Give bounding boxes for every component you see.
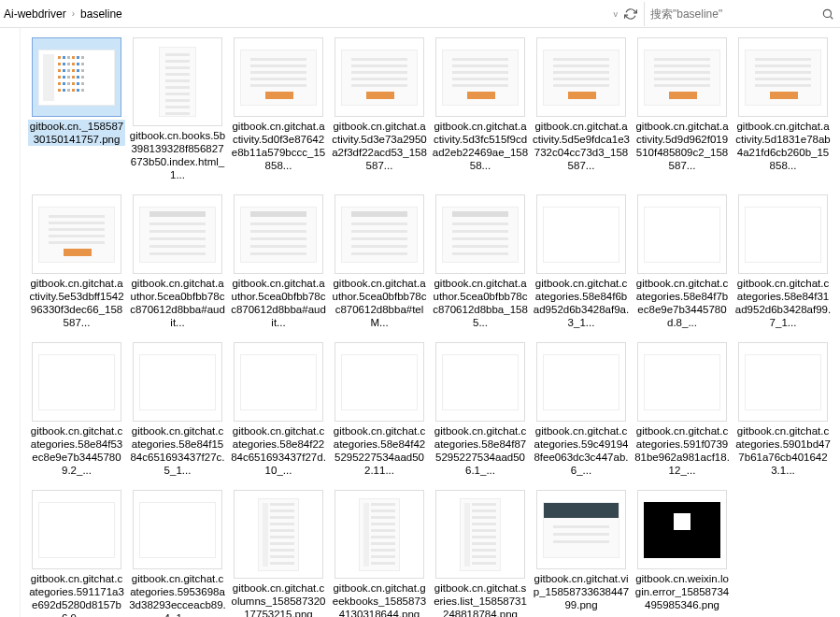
search-input[interactable] [650, 7, 821, 21]
file-item[interactable]: gitbook.cn.gitchat.categories.591171a3e6… [26, 490, 127, 617]
file-label[interactable]: gitbook.cn.gitchat.categories.58e84f7bec… [634, 277, 731, 329]
file-thumbnail[interactable] [637, 490, 727, 569]
file-item[interactable]: gitbook.cn.gitchat.categories.58e84f8752… [430, 342, 531, 477]
search-icon[interactable] [821, 7, 834, 21]
file-thumbnail[interactable] [435, 37, 525, 117]
file-item[interactable]: gitbook.cn.gitchat.geekbooks_15858734130… [329, 490, 430, 617]
file-label[interactable]: gitbook.cn.gitchat.activity.5d5e9fdca1e3… [533, 120, 630, 172]
file-item[interactable]: gitbook.cn.gitchat.activity.5d9d962f0195… [632, 37, 733, 181]
file-item[interactable]: gitbook.cn.gitchat.author.5cea0bfbb78cc8… [329, 194, 430, 329]
file-thumbnail[interactable] [234, 37, 323, 117]
search-box[interactable] [644, 2, 840, 26]
file-label[interactable]: gitbook.cn.gitchat.author.5cea0bfbb78cc8… [331, 277, 428, 329]
file-thumbnail[interactable] [637, 194, 727, 274]
file-item[interactable]: gitbook.cn.gitchat.vip_1585873363844799.… [531, 490, 632, 617]
file-label[interactable]: gitbook.cn.gitchat.geekbooks_15858734130… [331, 581, 428, 617]
file-item[interactable]: gitbook.cn.gitchat.activity.5d3e73a2950a… [329, 37, 430, 181]
file-thumbnail[interactable] [234, 342, 323, 422]
file-label[interactable]: gitbook.cn.gitchat.categories.58e84f6bad… [533, 277, 630, 329]
file-item[interactable]: gitbook.cn.gitchat.categories.5953698a3d… [127, 490, 228, 617]
breadcrumb-seg-2[interactable]: baseline [80, 7, 122, 21]
file-item[interactable]: gitbook.cn.gitchat.author.5cea0bfbb78cc8… [430, 194, 531, 329]
file-label[interactable]: gitbook.cn.gitchat.activity.5d3fc515f9cd… [432, 120, 529, 172]
file-item[interactable]: gitbook.cn.gitchat.categories.591f073981… [632, 342, 733, 477]
file-item[interactable]: gitbook.cn.gitchat.categories.58e84f1584… [127, 342, 228, 477]
file-label[interactable]: gitbook.cn.gitchat.activity.5d9d962f0195… [634, 120, 731, 172]
file-label[interactable]: gitbook.cn._15858730150141757.png [28, 120, 125, 146]
file-item[interactable]: gitbook.cn.gitchat.activity.5d3fc515f9cd… [430, 37, 531, 181]
file-label[interactable]: gitbook.cn.gitchat.categories.591f073981… [634, 424, 731, 477]
file-label[interactable]: gitbook.cn.gitchat.activity.5d0f3e87642e… [230, 120, 327, 172]
file-item[interactable]: gitbook.cn.weixin.login.error_1585873449… [632, 490, 733, 617]
file-item[interactable]: gitbook.cn.gitchat.columns_1585873201775… [228, 490, 329, 617]
file-thumbnail[interactable] [32, 342, 121, 422]
file-label[interactable]: gitbook.cn.gitchat.categories.58e84f31ad… [734, 277, 832, 329]
file-thumbnail[interactable] [133, 490, 222, 569]
file-thumbnail[interactable] [133, 37, 222, 126]
file-thumbnail[interactable] [435, 194, 525, 274]
file-item[interactable]: gitbook.cn.gitchat.activity.5d0f3e87642e… [228, 37, 329, 181]
file-thumbnail[interactable] [133, 194, 222, 274]
file-item[interactable]: gitbook.cn.gitchat.categories.58e84f2284… [228, 342, 329, 477]
file-label[interactable]: gitbook.cn.gitchat.categories.5953698a3d… [129, 572, 226, 617]
file-thumbnail[interactable] [536, 37, 626, 117]
file-label[interactable]: gitbook.cn.books.5b398139328f856827673b5… [129, 129, 226, 181]
file-item[interactable]: gitbook.cn.gitchat.activity.5e53dbff1542… [26, 194, 127, 329]
file-thumbnail[interactable] [435, 490, 525, 579]
file-thumbnail[interactable] [738, 194, 828, 274]
file-item[interactable]: gitbook.cn.gitchat.series.list_158587312… [430, 490, 531, 617]
file-thumbnail[interactable] [32, 194, 121, 274]
file-thumbnail[interactable] [133, 342, 222, 422]
file-label[interactable]: gitbook.cn.weixin.login.error_1585873449… [634, 572, 731, 611]
file-item[interactable]: gitbook.cn.gitchat.categories.5901bd477b… [733, 342, 833, 477]
file-label[interactable]: gitbook.cn.gitchat.vip_1585873363844799.… [533, 572, 630, 611]
file-label[interactable]: gitbook.cn.gitchat.categories.58e84f1584… [129, 424, 226, 477]
file-item[interactable]: gitbook.cn.gitchat.categories.58e84f4252… [329, 342, 430, 477]
file-thumbnail[interactable] [536, 490, 626, 569]
file-label[interactable]: gitbook.cn.gitchat.author.5cea0bfbb78cc8… [129, 277, 226, 329]
refresh-button[interactable] [618, 2, 644, 26]
file-label[interactable]: gitbook.cn.gitchat.activity.5d3e73a2950a… [331, 120, 428, 172]
file-label[interactable]: gitbook.cn.gitchat.categories.591171a3e6… [28, 572, 125, 617]
file-label[interactable]: gitbook.cn.gitchat.series.list_158587312… [432, 581, 529, 617]
file-thumbnail[interactable] [335, 194, 424, 274]
file-thumbnail[interactable] [234, 490, 323, 579]
file-item[interactable]: gitbook.cn._15858730150141757.png [26, 37, 127, 181]
file-label[interactable]: gitbook.cn.gitchat.categories.58e84f4252… [331, 424, 428, 477]
file-thumbnail[interactable] [335, 37, 424, 117]
file-item[interactable]: gitbook.cn.gitchat.activity.5d5e9fdca1e3… [531, 37, 632, 181]
file-thumbnail[interactable] [536, 342, 626, 422]
file-item[interactable]: gitbook.cn.gitchat.categories.58e84f6bad… [531, 194, 632, 329]
file-thumbnail[interactable] [637, 342, 727, 422]
file-item[interactable]: gitbook.cn.gitchat.categories.58e84f31ad… [733, 194, 833, 329]
file-thumbnail[interactable] [32, 37, 121, 117]
file-thumbnail[interactable] [637, 37, 727, 117]
file-label[interactable]: gitbook.cn.gitchat.categories.58e84f8752… [432, 424, 529, 477]
file-label[interactable]: gitbook.cn.gitchat.categories.59c491948f… [533, 424, 630, 477]
file-item[interactable]: gitbook.cn.gitchat.activity.5d1831e78ab4… [733, 37, 833, 181]
file-item[interactable]: gitbook.cn.gitchat.author.5cea0bfbb78cc8… [228, 194, 329, 329]
file-thumbnail[interactable] [32, 490, 121, 569]
file-label[interactable]: gitbook.cn.gitchat.categories.5901bd477b… [734, 424, 832, 477]
file-label[interactable]: gitbook.cn.gitchat.categories.58e84f53ec… [28, 424, 125, 477]
file-thumbnail[interactable] [335, 490, 424, 579]
file-item[interactable]: gitbook.cn.gitchat.categories.58e84f7bec… [632, 194, 733, 329]
file-label[interactable]: gitbook.cn.gitchat.author.5cea0bfbb78cc8… [230, 277, 327, 329]
svg-line-1 [831, 16, 833, 19]
file-thumbnail[interactable] [335, 342, 424, 422]
file-thumbnail[interactable] [738, 37, 828, 117]
file-item[interactable]: gitbook.cn.books.5b398139328f856827673b5… [127, 37, 228, 181]
file-label[interactable]: gitbook.cn.gitchat.activity.5e53dbff1542… [28, 277, 125, 329]
file-thumbnail[interactable] [738, 342, 828, 422]
file-label[interactable]: gitbook.cn.gitchat.activity.5d1831e78ab4… [734, 120, 832, 172]
file-label[interactable]: gitbook.cn.gitchat.categories.58e84f2284… [230, 424, 327, 477]
file-item[interactable]: gitbook.cn.gitchat.categories.59c491948f… [531, 342, 632, 477]
file-label[interactable]: gitbook.cn.gitchat.columns_1585873201775… [230, 581, 327, 617]
file-item[interactable]: gitbook.cn.gitchat.author.5cea0bfbb78cc8… [127, 194, 228, 329]
file-thumbnail[interactable] [234, 194, 323, 274]
file-thumbnail[interactable] [536, 194, 626, 274]
file-item[interactable]: gitbook.cn.gitchat.categories.58e84f53ec… [26, 342, 127, 477]
breadcrumb-seg-1[interactable]: Ai-webdriver [4, 7, 66, 21]
file-thumbnail[interactable] [435, 342, 525, 422]
file-label[interactable]: gitbook.cn.gitchat.author.5cea0bfbb78cc8… [432, 277, 529, 329]
